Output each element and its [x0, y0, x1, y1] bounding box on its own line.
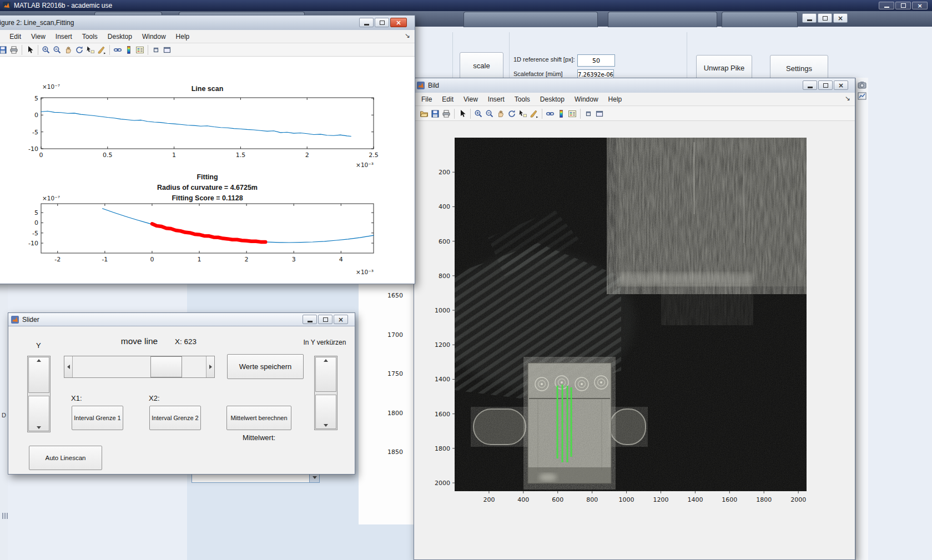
- rotate-3d-icon[interactable]: [506, 109, 517, 119]
- pan-hand-icon[interactable]: [495, 109, 506, 119]
- slider-thumb[interactable]: [150, 356, 182, 377]
- menu-item-tools[interactable]: Tools: [77, 31, 103, 42]
- close-button[interactable]: ×: [912, 2, 928, 9]
- background-window-tab[interactable]: [608, 12, 717, 27]
- dock-small-icon[interactable]: [583, 109, 594, 119]
- x-tick-label: 4: [339, 256, 343, 263]
- menu-item-file[interactable]: File: [416, 94, 437, 105]
- unwrap-pike-button[interactable]: Unwrap Pike: [696, 55, 752, 80]
- background-window-tab[interactable]: [464, 12, 598, 27]
- menu-item-insert[interactable]: Insert: [51, 31, 77, 42]
- zoom-out-icon[interactable]: [52, 45, 63, 55]
- menu-item-insert[interactable]: Insert: [483, 94, 510, 105]
- close-button[interactable]: ×: [834, 80, 848, 90]
- insert-colorbar-icon[interactable]: [556, 109, 567, 119]
- save-icon[interactable]: [430, 109, 441, 119]
- x-tick-label: 2.5: [369, 152, 379, 159]
- bild-menubar: FileEditViewInsertToolsDesktopWindowHelp: [414, 93, 855, 106]
- rotate-3d-icon[interactable]: [74, 45, 85, 55]
- menu-item-desktop[interactable]: Desktop: [535, 94, 570, 105]
- slider-right-button[interactable]: [206, 356, 214, 377]
- slider-up-button[interactable]: [28, 357, 49, 393]
- menu-item-view[interactable]: View: [459, 94, 483, 105]
- print-icon[interactable]: [8, 45, 19, 55]
- menu-item-file[interactable]: File: [0, 31, 4, 42]
- interval-grenze-2-button[interactable]: Interval Grenze 2: [149, 406, 201, 430]
- bild-image[interactable]: [455, 138, 807, 491]
- cursor-icon[interactable]: [457, 109, 468, 119]
- link-plots-icon[interactable]: [112, 45, 123, 55]
- minimize-button[interactable]: [879, 2, 894, 9]
- scale-button[interactable]: scale: [460, 52, 503, 79]
- dock-small-icon[interactable]: [150, 45, 162, 55]
- save-icon[interactable]: [0, 45, 8, 55]
- restore-button[interactable]: [895, 2, 911, 9]
- background-plot-tick-label: 1850: [359, 448, 403, 456]
- x-tick-label: 1: [172, 152, 176, 159]
- menu-item-help[interactable]: Help: [603, 94, 627, 105]
- print-icon[interactable]: [441, 109, 452, 119]
- insert-legend-icon[interactable]: [567, 109, 578, 119]
- zoom-in-icon[interactable]: [473, 109, 484, 119]
- minimize-button[interactable]: [303, 315, 317, 324]
- menu-item-tools[interactable]: Tools: [510, 94, 535, 105]
- close-button[interactable]: ×: [334, 315, 348, 324]
- minimize-button[interactable]: [803, 80, 817, 90]
- data-cursor-icon[interactable]: [85, 45, 96, 55]
- menu-item-edit[interactable]: Edit: [4, 31, 26, 42]
- dock-window-icon[interactable]: [594, 109, 605, 119]
- restore-button[interactable]: [818, 13, 832, 23]
- menu-item-desktop[interactable]: Desktop: [103, 31, 137, 42]
- close-button[interactable]: ×: [390, 18, 407, 27]
- slider-down-button[interactable]: [28, 396, 49, 432]
- x-tick-label: 200: [483, 496, 495, 503]
- slider-track[interactable]: [73, 356, 206, 377]
- background-window-tab[interactable]: [722, 12, 798, 27]
- brush-icon[interactable]: [528, 109, 540, 119]
- insert-legend-icon[interactable]: [134, 45, 145, 55]
- open-folder-icon[interactable]: [419, 109, 430, 119]
- menu-item-help[interactable]: Help: [171, 31, 195, 42]
- y-tick-label: 0: [34, 219, 38, 226]
- figure2-plots: 00.511.522.550-5-10Line scan×10⁻⁷×10⁻³-2…: [0, 57, 416, 285]
- close-button[interactable]: ×: [833, 13, 848, 23]
- slider-window-title: Slider: [22, 316, 39, 324]
- pan-hand-icon[interactable]: [63, 45, 74, 55]
- data-cursor-icon[interactable]: [517, 109, 528, 119]
- plot-tools-icon[interactable]: [858, 92, 866, 100]
- werte-speichern-button[interactable]: Werte speichern: [227, 354, 304, 379]
- interval-grenze-1-button[interactable]: Interval Grenze 1: [72, 406, 123, 430]
- toolstrip-separator: [509, 32, 510, 78]
- mittelwert-berechnen-button[interactable]: Mittelwert berechnen: [226, 406, 291, 430]
- ref-shift-input[interactable]: [577, 54, 615, 67]
- dock-arrow-icon[interactable]: ↘: [405, 32, 410, 39]
- menu-item-edit[interactable]: Edit: [437, 94, 459, 105]
- zoom-out-icon[interactable]: [484, 109, 495, 119]
- maximize-button[interactable]: [318, 315, 333, 324]
- slider-up-button[interactable]: [315, 357, 336, 392]
- maximize-button[interactable]: [375, 18, 389, 27]
- minimize-button[interactable]: [359, 18, 374, 27]
- slider-left-button[interactable]: [64, 356, 73, 377]
- move-line-slider[interactable]: [64, 356, 215, 378]
- zoom-in-icon[interactable]: [41, 45, 52, 55]
- restore-button[interactable]: [818, 80, 833, 90]
- dock-arrow-icon[interactable]: ↘: [845, 94, 850, 102]
- bild-titlebar[interactable]: Bild: [414, 78, 855, 93]
- cursor-icon[interactable]: [24, 45, 36, 55]
- auto-linescan-button[interactable]: Auto Linescan: [29, 446, 102, 470]
- menu-item-view[interactable]: View: [26, 31, 51, 42]
- figure2-titlebar[interactable]: Figure 2: Line_scan,Fitting: [0, 16, 415, 31]
- link-plots-icon[interactable]: [545, 109, 556, 119]
- slider-down-button[interactable]: [315, 395, 336, 430]
- insert-colorbar-icon[interactable]: [123, 45, 134, 55]
- minimize-button[interactable]: [802, 13, 817, 23]
- snapshot-camera-icon[interactable]: [858, 81, 866, 89]
- y-slider-right[interactable]: [314, 356, 337, 430]
- menu-item-window[interactable]: Window: [137, 31, 171, 42]
- menu-item-window[interactable]: Window: [570, 94, 603, 105]
- brush-icon[interactable]: [96, 45, 107, 55]
- resize-grip[interactable]: [2, 513, 9, 519]
- dock-window-icon[interactable]: [162, 45, 173, 55]
- y-slider-left[interactable]: [27, 356, 51, 432]
